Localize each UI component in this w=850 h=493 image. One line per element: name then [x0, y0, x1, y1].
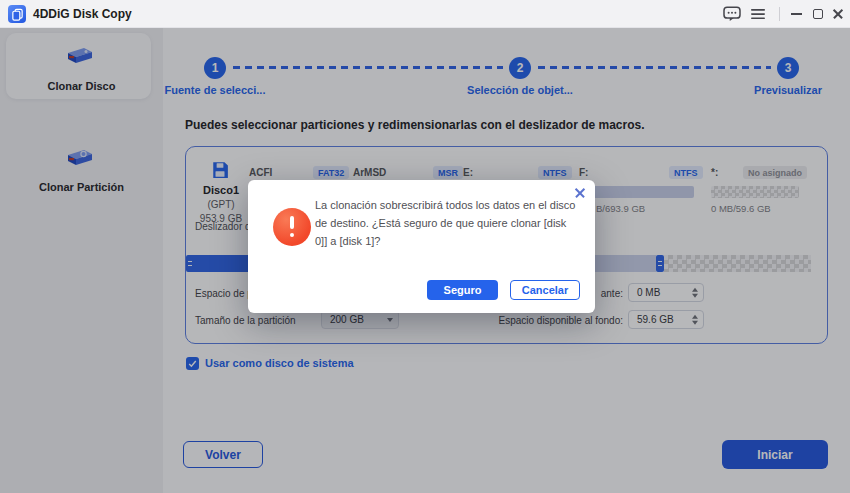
minimize-icon [791, 13, 802, 15]
feedback-chat-icon[interactable] [722, 0, 742, 28]
maximize-icon [813, 9, 823, 19]
confirm-dialog: La clonación sobrescribirá todos los dat… [248, 180, 595, 313]
titlebar-divider [779, 7, 780, 21]
menu-icon[interactable] [748, 0, 768, 28]
dialog-message: La clonación sobrescribirá todos los dat… [315, 196, 579, 250]
maximize-button[interactable] [808, 0, 828, 28]
warning-icon [273, 208, 311, 246]
app-logo-icon [8, 5, 26, 23]
app-title: 4DDiG Disk Copy [33, 0, 132, 28]
warning-exclamation-dot [290, 233, 294, 237]
confirm-button[interactable]: Seguro [427, 280, 498, 300]
close-button[interactable] [828, 0, 848, 28]
cancel-button[interactable]: Cancelar [510, 280, 580, 300]
app-window: 4DDiG Disk Copy [0, 0, 850, 493]
minimize-button[interactable] [786, 0, 806, 28]
close-icon [832, 8, 844, 20]
titlebar: 4DDiG Disk Copy [0, 0, 850, 28]
warning-exclamation-bar [290, 216, 294, 229]
